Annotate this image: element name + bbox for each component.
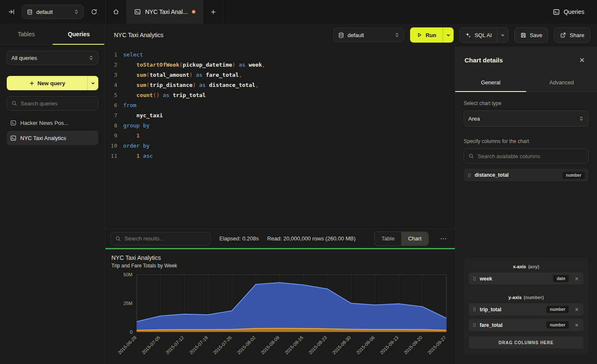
queries-button[interactable]: Queries xyxy=(548,4,589,19)
refresh-icon xyxy=(91,8,97,15)
x-axis-header: x-axis (any) xyxy=(469,264,583,269)
search-columns-input[interactable] xyxy=(478,153,584,159)
svg-text:2015-07-26: 2015-07-26 xyxy=(212,335,232,355)
queries-button-label: Queries xyxy=(564,8,584,15)
run-options-caret[interactable] xyxy=(443,27,454,43)
share-icon xyxy=(560,32,566,38)
line-number: 7 xyxy=(105,111,117,121)
view-chart-button[interactable]: Chart xyxy=(401,232,428,245)
y-axis-chip-trip-total[interactable]: trip_total number xyxy=(469,303,583,315)
remove-column-button[interactable] xyxy=(574,307,580,313)
code-line[interactable]: 10order by xyxy=(105,141,455,151)
sql-editor[interactable]: 1select2 toStartOfWeek(pickup_datetime) … xyxy=(105,46,455,206)
view-toggle: Table Chart xyxy=(374,232,429,246)
code-line[interactable]: 6from xyxy=(105,100,455,111)
refresh-button[interactable] xyxy=(88,5,100,18)
run-database-selector[interactable]: default xyxy=(333,28,404,42)
chevrons-updown-icon xyxy=(74,9,79,14)
new-query-button[interactable]: New query xyxy=(7,76,87,90)
share-button[interactable]: Share xyxy=(554,27,590,43)
code-line[interactable]: 8group by xyxy=(105,121,455,131)
close-panel-button[interactable] xyxy=(576,54,588,66)
collapse-sidebar-icon xyxy=(8,8,15,15)
search-icon xyxy=(468,153,474,159)
chart-details-panel: Chart details General Advanced Select ch… xyxy=(455,46,597,364)
query-list-item-nyc-taxi[interactable]: NYC Taxi Analytics xyxy=(7,131,98,145)
code-text: group by xyxy=(117,121,150,131)
x-axis-chip-week[interactable]: week date xyxy=(469,272,583,285)
chevron-down-icon xyxy=(500,33,505,38)
query-title: NYC Taxi Analytics xyxy=(114,32,163,38)
sidebar-tab-tables[interactable]: Tables xyxy=(0,24,53,44)
collapse-sidebar-button[interactable] xyxy=(5,5,18,18)
rows-read: Read: 20,000,000 rows (260.00 MB) xyxy=(267,235,356,242)
svg-text:2015-09-06: 2015-09-06 xyxy=(355,335,375,355)
column-type-badge: number xyxy=(546,321,569,329)
tab-advanced[interactable]: Advanced xyxy=(526,73,597,92)
query-icon xyxy=(10,120,16,126)
column-name: distance_total xyxy=(475,172,509,178)
new-tab-button[interactable] xyxy=(203,0,224,24)
y-axis-chip-fare-total[interactable]: fare_total number xyxy=(469,319,583,331)
save-icon xyxy=(520,32,527,38)
code-line[interactable]: 9 1 xyxy=(105,131,455,141)
code-line[interactable]: 4 sum(trip_distance) as distance_total, xyxy=(105,80,455,90)
columns-label: Specify columns for the chart xyxy=(464,138,589,144)
results-search xyxy=(111,232,211,245)
code-text: 1 xyxy=(117,131,140,141)
query-list-item-hacker-news[interactable]: Hacker News Pos... xyxy=(7,116,98,130)
remove-column-button[interactable] xyxy=(574,276,580,282)
svg-text:0: 0 xyxy=(130,329,132,334)
view-table-button[interactable]: Table xyxy=(375,232,401,245)
close-icon xyxy=(575,307,579,312)
sidebar-tab-queries[interactable]: Queries xyxy=(53,24,105,44)
panel-title: Chart details xyxy=(465,57,503,64)
home-icon xyxy=(113,8,119,15)
drag-columns-drop-zone[interactable]: DRAG COLUMNS HERE xyxy=(469,336,583,349)
new-query-split-button: New query xyxy=(7,76,98,90)
results-chart: 025M50M2015-06-282015-07-052015-07-12201… xyxy=(111,271,452,364)
sql-ai-button[interactable]: SQL AI xyxy=(460,28,497,42)
svg-text:2015-08-09: 2015-08-09 xyxy=(260,335,280,355)
svg-text:2015-07-05: 2015-07-05 xyxy=(141,335,161,355)
code-line[interactable]: 11 1 asc xyxy=(105,151,455,161)
sql-ai-split-button: SQL AI xyxy=(459,27,508,43)
code-line[interactable]: 2 toStartOfWeek(pickup_datetime) as week… xyxy=(105,60,455,70)
code-line[interactable]: 5 count() as trip_total xyxy=(105,90,455,100)
elapsed-time: Elapsed: 0.208s xyxy=(219,235,259,242)
database-selector[interactable]: default xyxy=(22,5,84,19)
search-results-input[interactable] xyxy=(124,235,206,242)
save-button[interactable]: Save xyxy=(514,27,548,43)
code-line[interactable]: 7 nyc_taxi xyxy=(105,111,455,121)
query-filter-select[interactable]: All queries xyxy=(7,51,98,65)
drag-handle-icon xyxy=(467,173,471,178)
database-icon xyxy=(27,9,33,15)
tab-nyc-taxi-analytics[interactable]: NYC Taxi Anal... xyxy=(127,0,203,24)
remove-column-button[interactable] xyxy=(574,322,580,328)
code-line[interactable]: 3 sum(total_amount) as fare_total, xyxy=(105,70,455,80)
chevron-down-icon xyxy=(91,81,95,86)
query-item-label: Hacker News Pos... xyxy=(20,120,68,126)
close-icon xyxy=(579,57,585,63)
play-icon xyxy=(416,32,422,38)
svg-text:2015-08-30: 2015-08-30 xyxy=(331,335,351,355)
query-icon xyxy=(10,135,16,141)
tab-label: NYC Taxi Anal... xyxy=(145,8,188,15)
tab-home[interactable] xyxy=(105,0,127,24)
search-queries-input[interactable] xyxy=(21,100,94,107)
x-axis-label: x-axis xyxy=(513,264,526,269)
more-options-button[interactable]: ⋯ xyxy=(437,232,450,245)
column-chip-distance-total[interactable]: distance_total number xyxy=(464,169,589,181)
code-line[interactable]: 1select xyxy=(105,50,455,60)
tab-general[interactable]: General xyxy=(455,73,526,92)
new-query-caret-button[interactable] xyxy=(87,76,98,90)
run-button[interactable]: Run xyxy=(410,27,443,43)
sidebar-tabs: Tables Queries xyxy=(0,24,105,45)
chevron-down-icon xyxy=(446,33,451,38)
sql-ai-caret[interactable] xyxy=(497,28,508,42)
svg-text:2015-08-23: 2015-08-23 xyxy=(308,335,328,355)
line-number: 9 xyxy=(105,131,117,141)
line-number: 1 xyxy=(105,50,117,60)
chart-type-select[interactable]: Area xyxy=(464,111,589,127)
chart-section: NYC Taxi Analytics Trip and Fare Totals … xyxy=(105,249,455,364)
